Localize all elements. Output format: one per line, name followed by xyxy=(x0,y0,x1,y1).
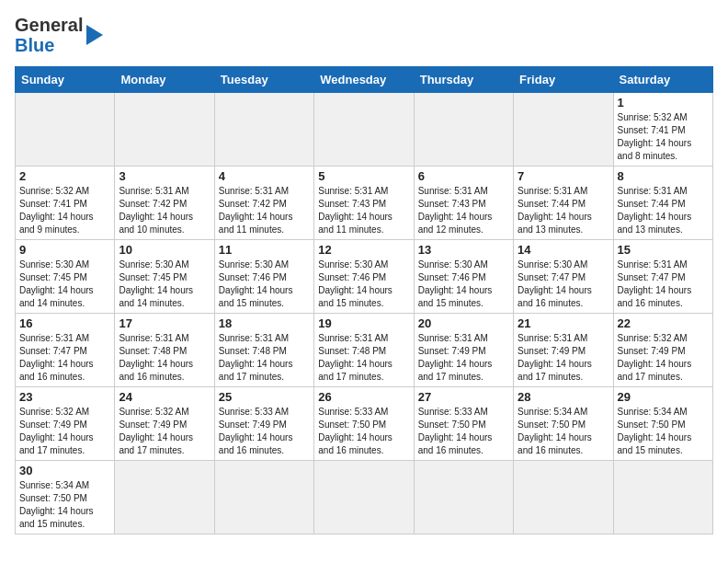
day-info: Sunrise: 5:32 AMSunset: 7:49 PMDaylight:… xyxy=(618,332,709,384)
logo-wrapper: General Blue xyxy=(15,15,107,55)
calendar-cell: 28Sunrise: 5:34 AMSunset: 7:50 PMDayligh… xyxy=(514,387,613,461)
day-info: Sunrise: 5:31 AMSunset: 7:48 PMDaylight:… xyxy=(318,332,409,384)
calendar-cell: 12Sunrise: 5:30 AMSunset: 7:46 PMDayligh… xyxy=(314,240,414,314)
day-info: Sunrise: 5:34 AMSunset: 7:50 PMDaylight:… xyxy=(19,479,110,531)
day-info: Sunrise: 5:31 AMSunset: 7:48 PMDaylight:… xyxy=(219,332,310,384)
calendar-cell: 29Sunrise: 5:34 AMSunset: 7:50 PMDayligh… xyxy=(613,387,712,461)
calendar-cell xyxy=(514,461,613,534)
calendar-cell: 1Sunrise: 5:32 AMSunset: 7:41 PMDaylight… xyxy=(613,93,712,167)
day-number: 25 xyxy=(219,390,310,404)
day-info: Sunrise: 5:34 AMSunset: 7:50 PMDaylight:… xyxy=(618,406,709,457)
day-number: 21 xyxy=(518,316,609,330)
calendar-cell: 14Sunrise: 5:30 AMSunset: 7:47 PMDayligh… xyxy=(514,240,613,314)
day-number: 2 xyxy=(19,169,110,183)
day-number: 16 xyxy=(19,316,110,330)
calendar-cell: 8Sunrise: 5:31 AMSunset: 7:44 PMDaylight… xyxy=(613,167,712,240)
day-info: Sunrise: 5:31 AMSunset: 7:42 PMDaylight:… xyxy=(219,185,310,236)
calendar-cell: 23Sunrise: 5:32 AMSunset: 7:49 PMDayligh… xyxy=(16,387,115,461)
col-header-friday: Friday xyxy=(514,67,613,93)
calendar-cell: 15Sunrise: 5:31 AMSunset: 7:47 PMDayligh… xyxy=(613,240,712,314)
day-number: 1 xyxy=(618,96,709,109)
calendar-cell: 20Sunrise: 5:31 AMSunset: 7:49 PMDayligh… xyxy=(414,314,513,387)
col-header-thursday: Thursday xyxy=(414,67,513,93)
calendar-cell xyxy=(613,461,712,534)
calendar-cell: 27Sunrise: 5:33 AMSunset: 7:50 PMDayligh… xyxy=(414,387,513,461)
calendar-cell xyxy=(214,461,313,534)
calendar-cell xyxy=(414,93,513,167)
day-info: Sunrise: 5:33 AMSunset: 7:49 PMDaylight:… xyxy=(219,406,310,457)
day-info: Sunrise: 5:31 AMSunset: 7:43 PMDaylight:… xyxy=(318,185,409,236)
calendar-week-row: 2Sunrise: 5:32 AMSunset: 7:41 PMDaylight… xyxy=(16,167,713,240)
logo-blue: Blue xyxy=(15,35,83,55)
day-number: 6 xyxy=(418,169,509,183)
calendar-cell: 7Sunrise: 5:31 AMSunset: 7:44 PMDaylight… xyxy=(514,167,613,240)
calendar-cell: 30Sunrise: 5:34 AMSunset: 7:50 PMDayligh… xyxy=(16,461,115,534)
day-number: 14 xyxy=(518,243,609,257)
col-header-saturday: Saturday xyxy=(613,67,712,93)
day-number: 22 xyxy=(618,316,709,330)
day-number: 9 xyxy=(19,243,110,257)
day-info: Sunrise: 5:32 AMSunset: 7:41 PMDaylight:… xyxy=(618,111,709,163)
day-number: 29 xyxy=(618,390,709,404)
calendar-cell: 9Sunrise: 5:30 AMSunset: 7:45 PMDaylight… xyxy=(16,240,115,314)
calendar-cell: 22Sunrise: 5:32 AMSunset: 7:49 PMDayligh… xyxy=(613,314,712,387)
day-info: Sunrise: 5:31 AMSunset: 7:47 PMDaylight:… xyxy=(618,259,709,310)
day-number: 13 xyxy=(418,243,509,257)
calendar-cell: 4Sunrise: 5:31 AMSunset: 7:42 PMDaylight… xyxy=(214,167,313,240)
day-info: Sunrise: 5:31 AMSunset: 7:49 PMDaylight:… xyxy=(418,332,509,384)
calendar-week-row: 30Sunrise: 5:34 AMSunset: 7:50 PMDayligh… xyxy=(16,461,713,534)
day-info: Sunrise: 5:30 AMSunset: 7:47 PMDaylight:… xyxy=(518,259,609,310)
page-header: General Blue xyxy=(15,15,713,55)
calendar-cell: 17Sunrise: 5:31 AMSunset: 7:48 PMDayligh… xyxy=(115,314,214,387)
calendar-cell: 25Sunrise: 5:33 AMSunset: 7:49 PMDayligh… xyxy=(214,387,313,461)
calendar-cell xyxy=(16,93,115,167)
day-info: Sunrise: 5:31 AMSunset: 7:47 PMDaylight:… xyxy=(19,332,110,384)
day-info: Sunrise: 5:30 AMSunset: 7:45 PMDaylight:… xyxy=(119,259,210,310)
svg-marker-0 xyxy=(86,25,103,45)
day-info: Sunrise: 5:30 AMSunset: 7:46 PMDaylight:… xyxy=(219,259,310,310)
day-number: 24 xyxy=(119,390,210,404)
day-number: 27 xyxy=(418,390,509,404)
day-info: Sunrise: 5:33 AMSunset: 7:50 PMDaylight:… xyxy=(318,406,409,457)
calendar-week-row: 23Sunrise: 5:32 AMSunset: 7:49 PMDayligh… xyxy=(16,387,713,461)
day-info: Sunrise: 5:32 AMSunset: 7:41 PMDaylight:… xyxy=(19,185,110,236)
day-number: 18 xyxy=(219,316,310,330)
day-number: 19 xyxy=(318,316,409,330)
day-info: Sunrise: 5:31 AMSunset: 7:44 PMDaylight:… xyxy=(618,185,709,236)
logo-general: General xyxy=(15,15,83,35)
day-info: Sunrise: 5:31 AMSunset: 7:44 PMDaylight:… xyxy=(518,185,609,236)
day-info: Sunrise: 5:31 AMSunset: 7:43 PMDaylight:… xyxy=(418,185,509,236)
logo: General Blue xyxy=(15,15,107,55)
calendar-cell xyxy=(115,461,214,534)
day-number: 15 xyxy=(618,243,709,257)
day-info: Sunrise: 5:33 AMSunset: 7:50 PMDaylight:… xyxy=(418,406,509,457)
calendar-cell: 6Sunrise: 5:31 AMSunset: 7:43 PMDaylight… xyxy=(414,167,513,240)
col-header-tuesday: Tuesday xyxy=(214,67,313,93)
day-number: 17 xyxy=(119,316,210,330)
calendar-cell: 10Sunrise: 5:30 AMSunset: 7:45 PMDayligh… xyxy=(115,240,214,314)
calendar-cell xyxy=(314,93,414,167)
day-number: 11 xyxy=(219,243,310,257)
calendar-cell: 24Sunrise: 5:32 AMSunset: 7:49 PMDayligh… xyxy=(115,387,214,461)
calendar-cell xyxy=(514,93,613,167)
calendar-cell: 21Sunrise: 5:31 AMSunset: 7:49 PMDayligh… xyxy=(514,314,613,387)
col-header-wednesday: Wednesday xyxy=(314,67,414,93)
calendar-cell: 26Sunrise: 5:33 AMSunset: 7:50 PMDayligh… xyxy=(314,387,414,461)
day-number: 28 xyxy=(518,390,609,404)
calendar-week-row: 16Sunrise: 5:31 AMSunset: 7:47 PMDayligh… xyxy=(16,314,713,387)
day-number: 7 xyxy=(518,169,609,183)
calendar-cell xyxy=(414,461,513,534)
calendar-cell: 11Sunrise: 5:30 AMSunset: 7:46 PMDayligh… xyxy=(214,240,313,314)
calendar-cell xyxy=(214,93,313,167)
day-info: Sunrise: 5:30 AMSunset: 7:45 PMDaylight:… xyxy=(19,259,110,310)
calendar-header-row: SundayMondayTuesdayWednesdayThursdayFrid… xyxy=(16,67,713,93)
day-number: 20 xyxy=(418,316,509,330)
day-number: 12 xyxy=(318,243,409,257)
day-number: 3 xyxy=(119,169,210,183)
day-info: Sunrise: 5:31 AMSunset: 7:48 PMDaylight:… xyxy=(119,332,210,384)
day-number: 5 xyxy=(318,169,409,183)
calendar-week-row: 9Sunrise: 5:30 AMSunset: 7:45 PMDaylight… xyxy=(16,240,713,314)
day-info: Sunrise: 5:32 AMSunset: 7:49 PMDaylight:… xyxy=(119,406,210,457)
calendar-week-row: 1Sunrise: 5:32 AMSunset: 7:41 PMDaylight… xyxy=(16,93,713,167)
calendar-cell xyxy=(115,93,214,167)
